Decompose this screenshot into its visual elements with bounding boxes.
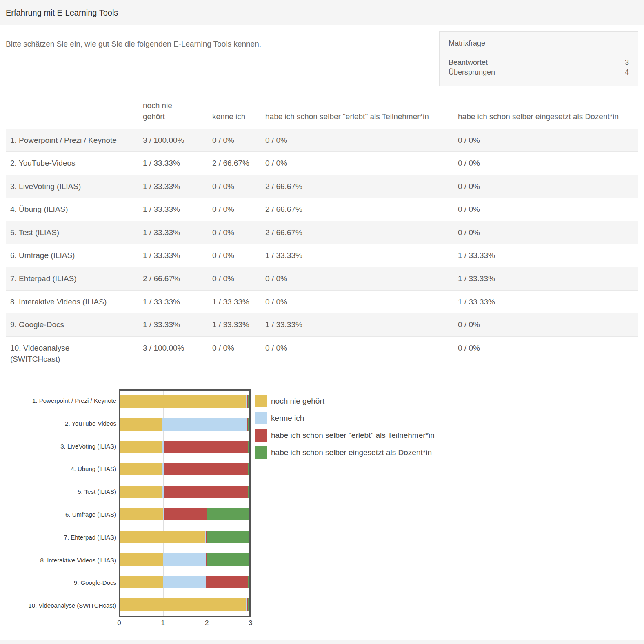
table-cell: 1 / 33.33%	[261, 244, 453, 267]
row-label-text: 5. Test (ILIAS)	[10, 227, 59, 238]
table-row: 1. Powerpoint / Prezi / Keynote3 / 100.0…	[6, 129, 638, 152]
intro-row: Bitte schätzen Sie ein, wie gut Sie die …	[6, 31, 638, 86]
column-header: kenne ich	[208, 107, 261, 129]
table-cell: 3 / 100.00%	[138, 337, 208, 371]
table-cell: 1 / 33.33%	[138, 244, 208, 267]
table-cell: 0 / 0%	[453, 152, 638, 175]
table-cell: 1 / 33.33%	[138, 152, 208, 175]
row-label: 2. YouTube-Videos	[6, 152, 138, 175]
row-label: 7. Ehterpad (ILIAS)	[6, 267, 138, 290]
stacked-bar	[120, 576, 249, 588]
table-cell: 0 / 0%	[261, 337, 453, 371]
table-row: 10. Videoanalyse (SWITCHcast)3 / 100.00%…	[6, 336, 638, 371]
row-label-text: 9. Google-Docs	[10, 319, 64, 331]
row-label-text: 2. YouTube-Videos	[10, 158, 76, 169]
stacked-bar	[120, 486, 249, 498]
table-cell: 1 / 33.33%	[453, 267, 638, 290]
row-label: 4. Übung (ILIAS)	[6, 198, 138, 221]
legend-swatch	[255, 429, 267, 442]
row-label-text: 4. Übung (ILIAS)	[10, 204, 68, 215]
row-label-text: 6. Umfrage (ILIAS)	[10, 250, 75, 261]
table-cell: 2 / 66.67%	[261, 221, 453, 244]
legend-swatch	[255, 446, 267, 459]
column-header-text: habe ich schon selber eingesetzt als Doz…	[458, 111, 619, 122]
table-cell: 0 / 0%	[208, 198, 261, 221]
table-row: 9. Google-Docs1 / 33.33%1 / 33.33%1 / 33…	[6, 313, 638, 336]
column-header: habe ich schon selber "erlebt" als Teiln…	[261, 107, 453, 129]
chart-category-labels: 1. Powerpoint / Prezi / Keynote2. YouTub…	[6, 389, 119, 617]
row-label: 1. Powerpoint / Prezi / Keynote	[6, 129, 138, 152]
skipped-value: 4	[625, 67, 629, 77]
column-header: habe ich schon selber eingesetzt als Doz…	[453, 107, 638, 129]
chart-category-label: 8. Interaktive Videos (ILIAS)	[6, 549, 116, 571]
table-cell: 0 / 0%	[208, 337, 261, 371]
table-row: 2. YouTube-Videos1 / 33.33%2 / 66.67%0 /…	[6, 151, 638, 175]
bar-segment	[120, 441, 162, 453]
table-cell: 0 / 0%	[261, 267, 453, 290]
table-cell: 0 / 0%	[208, 129, 261, 152]
bar-segment	[248, 486, 249, 498]
chart-category-label: 3. LiveVoting (ILIAS)	[6, 435, 116, 457]
bar-segment	[248, 441, 249, 453]
axis-tick-label: 2	[205, 619, 209, 627]
table-cell: 1 / 33.33%	[138, 198, 208, 221]
results-table: noch nie gehörtkenne ichhabe ich schon s…	[6, 96, 638, 371]
bar-segment	[120, 598, 246, 611]
table-row: 8. Interaktive Videos (ILIAS)1 / 33.33%1…	[6, 290, 638, 313]
legend-label: kenne ich	[271, 412, 304, 424]
column-header-text: habe ich schon selber "erlebt" als Teiln…	[265, 111, 429, 122]
bar-segment	[207, 508, 249, 520]
row-label-text: 1. Powerpoint / Prezi / Keynote	[10, 135, 117, 146]
content-area: Bitte schätzen Sie ein, wie gut Sie die …	[0, 31, 644, 629]
row-label: 5. Test (ILIAS)	[6, 221, 138, 244]
row-label-text: 8. Interaktive Videos (ILIAS)	[10, 296, 107, 308]
stacked-bar	[120, 441, 249, 453]
bar-segment	[248, 418, 249, 431]
row-label-text: 10. Videoanalyse (SWITCHcast)	[10, 342, 120, 365]
bar-row	[120, 526, 249, 548]
bar-row	[120, 593, 249, 616]
bar-segment	[120, 418, 162, 431]
table-row: 5. Test (ILIAS)1 / 33.33%0 / 0%2 / 66.67…	[6, 221, 638, 244]
bar-row	[120, 413, 249, 435]
bar-segment	[120, 395, 246, 408]
table-cell: 0 / 0%	[261, 291, 453, 313]
chart-category-label: 5. Test (ILIAS)	[6, 480, 116, 503]
legend-label: habe ich schon selber "erlebt" als Teiln…	[271, 429, 435, 442]
chart-section: 1. Powerpoint / Prezi / Keynote2. YouTub…	[6, 389, 638, 629]
table-cell: 1 / 33.33%	[138, 175, 208, 198]
bar-segment	[164, 486, 248, 498]
answered-line: Beantwortet 3	[449, 58, 629, 67]
legend-swatch	[255, 412, 267, 424]
stacked-bar	[120, 463, 249, 475]
table-cell: 2 / 66.67%	[261, 198, 453, 221]
legend-item: noch nie gehört	[255, 395, 435, 407]
bar-row	[120, 458, 249, 480]
table-cell: 0 / 0%	[453, 313, 638, 336]
answered-value: 3	[625, 58, 629, 67]
bar-segment	[120, 508, 163, 520]
question-meta-panel: Matrixfrage Beantwortet 3 Übersprungen 4	[439, 31, 638, 86]
bar-segment	[120, 531, 205, 543]
row-label: 3. LiveVoting (ILIAS)	[6, 175, 138, 198]
bar-segment	[164, 508, 207, 520]
stacked-bar	[120, 553, 249, 566]
bar-segment	[164, 441, 248, 453]
table-cell: 1 / 33.33%	[208, 313, 261, 336]
table-cell: 2 / 66.67%	[261, 175, 453, 198]
page-title: Erfahrung mit E-Learning Tools	[6, 8, 118, 18]
table-row: 3. LiveVoting (ILIAS)1 / 33.33%0 / 0%2 /…	[6, 175, 638, 198]
chart-plot-area	[119, 389, 251, 617]
axis-tick-label: 3	[249, 619, 252, 627]
chart-category-label: 10. Videoanalyse (SWITCHcast)	[6, 594, 116, 617]
table-cell: 1 / 33.33%	[453, 291, 638, 313]
table-cell: 2 / 66.67%	[208, 152, 261, 175]
legend-label: noch nie gehört	[271, 395, 324, 407]
table-cell: 0 / 0%	[261, 129, 453, 152]
column-header-text: noch nie gehört	[143, 100, 191, 122]
stacked-bar	[120, 508, 249, 520]
table-cell: 0 / 0%	[261, 152, 453, 175]
row-label-text: 3. LiveVoting (ILIAS)	[10, 181, 81, 192]
table-cell: 1 / 33.33%	[138, 313, 208, 336]
bar-row	[120, 391, 249, 413]
